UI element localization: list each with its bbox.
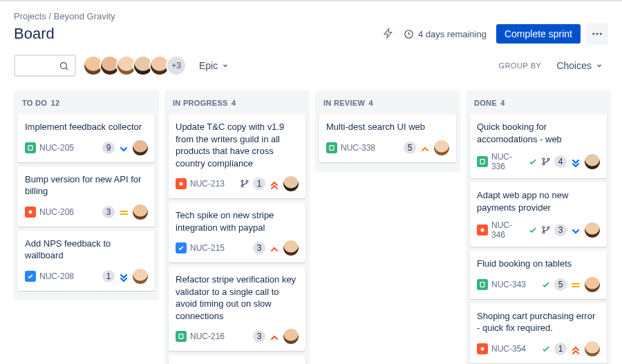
issue-key: NUC-354: [491, 344, 526, 354]
page-title: Board: [14, 25, 55, 43]
column: DONE 4Quick booking for accomodations - …: [466, 90, 611, 364]
issue-key: NUC-216: [190, 332, 225, 341]
issue-card[interactable]: Bump version for new API for billingNUC-…: [18, 166, 155, 227]
chevron-down-icon: [596, 62, 603, 69]
issue-key: NUC-338: [341, 143, 375, 153]
svg-point-22: [543, 231, 545, 233]
assignee-avatar[interactable]: [585, 277, 600, 292]
svg-point-3: [600, 33, 602, 35]
card-title: Implement feedback collector: [25, 121, 148, 133]
column-header: IN PROGRESS 4: [169, 96, 305, 114]
issue-type-icon: [25, 207, 36, 218]
issue-type-icon: [176, 242, 187, 253]
assignee-avatar[interactable]: [283, 329, 299, 344]
story-points: 4: [554, 155, 567, 168]
column: IN REVIEW 4Multi-dest search UI webNUC-3…: [315, 90, 460, 172]
issue-card[interactable]: Tech spike on new stripe integration wit…: [169, 202, 305, 262]
card-title: Shoping cart purchasing error - quick fi…: [477, 310, 600, 334]
issue-card[interactable]: Quick booking for accomodations - webNUC…: [470, 114, 607, 178]
svg-point-9: [241, 185, 243, 187]
groupby-dropdown[interactable]: Choices: [551, 56, 608, 75]
issue-type-icon: [25, 142, 36, 153]
svg-point-1: [592, 33, 594, 35]
branch-icon: [541, 157, 551, 166]
svg-point-8: [241, 180, 243, 182]
issue-key: NUC-336: [491, 152, 521, 171]
svg-rect-11: [179, 334, 183, 339]
breadcrumb-project-name[interactable]: Beyond Gravity: [54, 11, 115, 21]
issue-card[interactable]: Fluid booking on tabletsNUC-3435: [470, 251, 607, 299]
story-points: 3: [253, 242, 265, 254]
story-points: 1: [253, 178, 265, 190]
issue-card[interactable]: Change phone number field type to 'phone…: [169, 355, 305, 364]
svg-rect-5: [28, 145, 32, 150]
issue-card[interactable]: Implement feedback collectorNUC-2059: [18, 114, 155, 162]
assignee-avatar[interactable]: [585, 341, 600, 356]
assignee-avatar[interactable]: [133, 140, 148, 155]
issue-card[interactable]: Adapt web app no new payments providerNU…: [470, 182, 607, 247]
issue-card[interactable]: Add NPS feedback to wallboardNUC-2081: [18, 231, 155, 291]
issue-type-icon: [25, 271, 36, 282]
column-count: 12: [51, 99, 60, 107]
issue-card[interactable]: Shoping cart purchasing error - quick fi…: [470, 303, 607, 363]
assignee-avatar[interactable]: [434, 140, 449, 155]
story-points: 3: [102, 206, 115, 218]
story-points: 1: [102, 270, 115, 282]
clock-icon: [404, 29, 414, 39]
issue-card[interactable]: Multi-dest search UI webNUC-3385: [319, 114, 456, 162]
column-count: 4: [369, 99, 373, 107]
story-points: 3: [253, 330, 265, 343]
assignee-avatar[interactable]: [133, 269, 148, 284]
assignee-avatar[interactable]: [133, 204, 148, 220]
svg-point-25: [481, 347, 484, 350]
priority-icon: [570, 156, 581, 167]
issue-key: NUC-213: [190, 179, 225, 189]
svg-point-23: [547, 227, 549, 229]
assignee-avatar[interactable]: [283, 176, 299, 191]
card-title: Tech spike on new stripe integration wit…: [176, 209, 299, 233]
issue-key: NUC-346: [491, 220, 521, 240]
issue-card[interactable]: Refactor stripe verification key validat…: [169, 267, 305, 351]
breadcrumb-projects[interactable]: Projects: [14, 11, 46, 21]
assignee-avatar[interactable]: [283, 240, 299, 256]
search-input[interactable]: [14, 55, 76, 77]
assignee-avatar[interactable]: [585, 222, 600, 238]
avatar-more[interactable]: +3: [166, 55, 187, 76]
issue-key: NUC-343: [491, 280, 526, 289]
card-title: Quick booking for accomodations - web: [477, 121, 600, 145]
branch-icon: [541, 225, 551, 235]
epic-filter[interactable]: Epic: [194, 56, 234, 75]
complete-sprint-button[interactable]: Complete sprint: [496, 24, 581, 44]
svg-point-21: [543, 227, 545, 229]
priority-icon: [570, 224, 581, 236]
automation-icon[interactable]: [383, 28, 394, 41]
card-title: Adapt web app no new payments provider: [477, 189, 600, 213]
page-header: Board 4 days remaining Complete sprint: [14, 23, 608, 45]
svg-point-6: [29, 210, 32, 213]
branch-icon: [240, 179, 249, 189]
card-title: Add NPS feedback to wallboard: [25, 238, 148, 262]
assignee-filter[interactable]: +3: [83, 55, 187, 76]
story-points: 1: [554, 343, 567, 355]
column: TO DO 12Implement feedback collectorNUC-…: [14, 90, 159, 300]
chevron-down-icon: [222, 62, 229, 69]
svg-point-19: [547, 158, 549, 160]
svg-point-7: [180, 182, 183, 186]
issue-card[interactable]: Update T&C copy with v1.9 from the write…: [169, 114, 305, 198]
card-title: Refactor stripe verification key validat…: [176, 274, 299, 322]
issue-type-icon: [477, 156, 488, 167]
priority-icon: [570, 279, 581, 290]
card-title: Multi-dest search UI web: [326, 121, 449, 133]
story-points: 3: [554, 224, 567, 236]
issue-type-icon: [477, 224, 488, 236]
column: IN PROGRESS 4Update T&C copy with v1.9 f…: [164, 90, 310, 364]
more-actions-button[interactable]: [586, 23, 608, 45]
card-title: Update T&C copy with v1.9 from the write…: [176, 121, 299, 169]
column-header: IN REVIEW 4: [319, 96, 456, 114]
svg-rect-16: [480, 160, 484, 164]
issue-key: NUC-205: [39, 143, 74, 153]
assignee-avatar[interactable]: [585, 154, 600, 169]
issue-key: NUC-206: [39, 207, 74, 217]
story-points: 5: [554, 278, 567, 291]
board-controls: +3 Epic GROUP BY Choices: [14, 55, 608, 77]
